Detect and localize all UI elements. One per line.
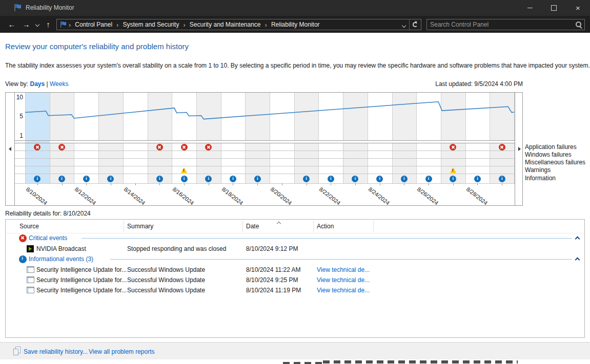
information-icon [58,176,65,182]
breadcrumb-item[interactable]: Control Panel [73,21,114,28]
table-row[interactable]: Security Intelligence Update for...Succe… [6,265,584,275]
recent-pages-button[interactable] [33,16,42,33]
collapse-group-button[interactable] [574,256,581,263]
legend-item-warning: Warnings [525,166,551,174]
cell-summary: Successful Windows Update [127,287,205,294]
legend-item-information: Information [525,175,556,182]
sort-ascending-icon [277,222,281,226]
refresh-button[interactable] [410,22,421,27]
x-axis-date-label: 8/24/2024 [367,186,391,206]
event-cell-information[interactable] [376,175,383,182]
event-cell-information[interactable] [327,175,334,182]
event-cell-information[interactable] [474,175,481,182]
grid-hline [14,151,515,151]
column-header-action[interactable]: Action [317,223,334,230]
event-cell-information[interactable] [205,175,212,182]
event-cell-critical[interactable] [34,143,41,151]
grid-vline [416,143,417,183]
search-input[interactable] [427,21,573,28]
table-body: Critical eventsNVIDIA BroadcastStopped r… [6,233,584,337]
scroll-left-button[interactable] [6,93,14,205]
event-cell-information[interactable] [303,175,310,182]
view-all-problem-reports-link[interactable]: View all problem reports [89,348,155,355]
event-group-row[interactable]: Critical events [6,233,584,244]
x-axis-tick [184,183,185,185]
save-reliability-history-link[interactable]: Save reliability history... [24,348,88,355]
event-cell-information[interactable] [254,175,261,182]
up-button[interactable]: ↑ [43,16,54,33]
table-row[interactable]: Security Intelligence Update for...Succe… [6,285,584,295]
x-axis-tick [257,183,258,185]
event-group-row[interactable]: Informational events (3) [6,254,584,265]
collapse-group-button[interactable] [574,235,581,242]
address-bar[interactable]: ›Control Panel›System and Security›Secur… [56,19,421,30]
breadcrumb-item[interactable]: Reliability Monitor [269,21,322,28]
column-divider [124,221,124,232]
event-cell-information[interactable] [180,175,188,182]
grid-vline [270,143,270,183]
view-technical-details-link[interactable]: View technical de... [317,276,370,284]
event-cell-information[interactable] [498,175,505,182]
stability-chart: 10518/10/20248/12/20248/14/20248/16/2024… [5,92,523,206]
refresh-icon [413,22,418,27]
event-cell-information[interactable] [34,175,41,182]
column-header-summary[interactable]: Summary [127,223,153,230]
event-cell-information[interactable] [156,175,163,182]
breadcrumb-item[interactable]: System and Security [120,21,181,28]
close-button[interactable]: × [566,0,590,16]
window-icon [27,287,34,293]
cell-source: Security Intelligence Update for... [36,276,127,284]
event-cell-information[interactable] [58,175,66,182]
breadcrumb-separator-icon: › [263,21,269,29]
event-cell-critical[interactable] [180,143,188,151]
address-dropdown-button[interactable] [399,20,409,29]
event-cell-information[interactable] [107,175,114,182]
column-divider [373,221,374,232]
grid-vline [196,143,197,183]
x-axis-tick [477,183,478,185]
location-flag-icon [59,21,67,28]
search-button[interactable] [573,21,584,28]
event-cell-information[interactable] [229,175,236,182]
event-cell-warning[interactable] [450,167,457,174]
view-technical-details-link[interactable]: View technical de... [317,287,370,294]
event-cell-information[interactable] [450,175,457,182]
event-cell-critical[interactable] [498,143,505,151]
event-cell-information[interactable] [352,175,359,182]
event-group-rule [82,238,572,239]
event-cell-critical[interactable] [58,143,66,151]
event-cell-warning[interactable] [180,167,188,174]
forward-button[interactable]: → [19,16,33,33]
table-row[interactable]: NVIDIA BroadcastStopped responding and w… [6,244,584,254]
grid-hline [14,158,515,159]
event-cell-information[interactable] [425,175,432,182]
last-updated-text: Last updated: 9/5/2024 4:00 PM [435,80,523,88]
event-cell-information[interactable] [400,175,408,182]
view-by-days-link[interactable]: Days [30,80,45,88]
grid-vline [343,143,343,183]
critical-icon [156,144,163,151]
event-cell-critical[interactable] [156,143,163,151]
minimize-button[interactable] [518,0,542,16]
information-icon [450,176,456,182]
event-cell-critical[interactable] [450,143,457,151]
column-header-source[interactable]: Source [19,223,39,230]
y-axis-label: 10 [6,94,23,101]
information-icon [107,176,114,182]
table-row[interactable]: Security Intelligence Update for...Succe… [6,275,584,285]
chevron-down-icon [35,22,39,26]
x-axis-date-label: 8/14/2024 [123,186,146,206]
column-header-date[interactable]: Date [246,223,259,230]
back-button[interactable]: ← [5,16,18,33]
breadcrumb-item[interactable]: Security and Maintenance [188,21,263,28]
scroll-right-button[interactable] [515,93,523,205]
critical-icon [58,144,65,151]
breadcrumb-separator-icon: › [114,21,120,29]
event-cell-information[interactable] [83,175,90,182]
view-by-weeks-link[interactable]: Weeks [50,80,68,88]
window-icon [27,276,34,283]
event-cell-critical[interactable] [205,143,212,151]
maximize-button[interactable] [542,0,566,16]
view-technical-details-link[interactable]: View technical de... [317,266,370,273]
column-divider [242,221,243,232]
